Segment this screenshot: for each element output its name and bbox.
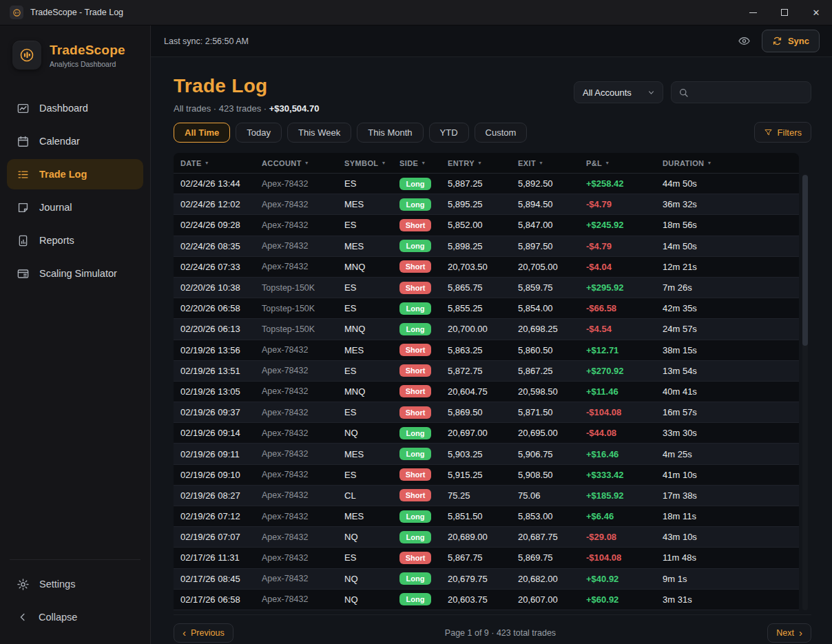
filters-button[interactable]: Filters (754, 122, 811, 143)
cell-symbol: NQ (344, 574, 399, 584)
sidebar-item-scaling-simulator[interactable]: Scaling Simulator (7, 258, 143, 289)
cell-symbol: ES (344, 178, 399, 189)
table-row[interactable]: 02/19/26 13:05 Apex-78432 MNQ Short 20,6… (174, 382, 799, 402)
side-badge: Long (399, 323, 431, 335)
cell-date: 02/24/26 07:33 (180, 262, 262, 272)
sidebar-item-journal[interactable]: Journal (7, 192, 143, 222)
range-pill-this-week[interactable]: This Week (287, 123, 351, 143)
column-header-exit[interactable]: EXIT▼ (518, 159, 586, 167)
column-header-duration[interactable]: DURATION▼ (663, 159, 799, 167)
chevron-down-icon (647, 88, 656, 97)
cell-symbol: ES (344, 282, 399, 293)
table-row[interactable]: 02/19/26 09:37 Apex-78432 ES Short 5,869… (174, 402, 799, 423)
close-button[interactable]: ✕ (800, 0, 832, 25)
cell-symbol: MES (344, 345, 399, 355)
scrollbar-thumb[interactable] (802, 175, 808, 346)
table-row[interactable]: 02/19/26 09:11 Apex-78432 MES Long 5,903… (174, 444, 799, 464)
table-row[interactable]: 02/20/26 06:58 Topstep-150K ES Long 5,85… (174, 298, 799, 319)
range-pill-this-month[interactable]: This Month (357, 123, 423, 143)
cell-entry: 5,903.25 (448, 449, 518, 459)
cell-symbol: MES (344, 449, 399, 459)
sidebar-collapse[interactable]: Collapse (7, 603, 143, 632)
cell-exit: 5,853.00 (518, 511, 586, 521)
range-pill-ytd[interactable]: YTD (429, 123, 469, 143)
column-header-entry[interactable]: ENTRY▼ (448, 159, 518, 167)
sidebar-item-label: Reports (39, 235, 74, 246)
table-row[interactable]: 02/19/26 07:07 Apex-78432 NQ Long 20,689… (174, 527, 799, 548)
cell-pnl: -$44.08 (586, 428, 663, 438)
table-row[interactable]: 02/19/26 09:14 Apex-78432 NQ Long 20,697… (174, 423, 799, 444)
maximize-button[interactable] (769, 0, 800, 25)
account-select-value: All Accounts (583, 87, 632, 98)
column-header-pnl[interactable]: P&L▼ (586, 159, 663, 167)
account-select[interactable]: All Accounts (574, 81, 663, 103)
side-badge: Long (399, 198, 431, 211)
sidebar-item-label: Calendar (39, 136, 80, 147)
table-row[interactable]: 02/17/26 06:58 Apex-78432 NQ Long 20,603… (174, 590, 799, 610)
cell-entry: 5,865.75 (448, 282, 518, 293)
table-row[interactable]: 02/20/26 10:38 Topstep-150K ES Short 5,8… (174, 278, 799, 298)
side-badge: Short (399, 406, 431, 419)
range-pill-all-time[interactable]: All Time (174, 123, 230, 143)
table-row[interactable]: 02/19/26 08:27 Apex-78432 CL Short 75.25… (174, 486, 799, 506)
cell-symbol: NQ (344, 428, 399, 438)
table-row[interactable]: 02/24/26 09:28 Apex-78432 ES Short 5,852… (174, 215, 799, 236)
cell-pnl: -$104.08 (586, 407, 663, 417)
sync-icon (772, 36, 782, 46)
cell-entry: 75.25 (448, 490, 518, 501)
table-row[interactable]: 02/19/26 07:12 Apex-78432 MES Long 5,851… (174, 506, 799, 527)
table-row[interactable]: 02/17/26 08:45 Apex-78432 NQ Long 20,679… (174, 569, 799, 590)
table-row[interactable]: 02/19/26 13:56 Apex-78432 MES Short 5,86… (174, 340, 799, 361)
table-row[interactable]: 02/19/26 09:10 Apex-78432 ES Short 5,915… (174, 465, 799, 486)
cell-entry: 5,872.75 (448, 366, 518, 376)
cell-duration: 17m 38s (663, 490, 799, 501)
table-row[interactable]: 02/24/26 13:44 Apex-78432 ES Long 5,887.… (174, 174, 799, 194)
table-row[interactable]: 02/17/26 11:31 Apex-78432 ES Short 5,867… (174, 548, 799, 568)
cell-date: 02/24/26 08:35 (180, 241, 262, 251)
cell-exit: 20,687.75 (518, 532, 586, 542)
cell-exit: 75.06 (518, 490, 586, 501)
table-row[interactable]: 02/20/26 06:13 Topstep-150K MNQ Long 20,… (174, 319, 799, 340)
table-row[interactable]: 02/24/26 07:33 Apex-78432 MNQ Short 20,7… (174, 257, 799, 278)
table-row[interactable]: 02/19/26 13:51 Apex-78432 ES Short 5,872… (174, 361, 799, 382)
sort-icon: ▼ (477, 160, 482, 165)
cell-date: 02/19/26 07:07 (180, 532, 262, 542)
sidebar-item-dashboard[interactable]: Dashboard (7, 93, 143, 123)
chevron-right-icon: › (799, 627, 802, 638)
eye-icon[interactable] (738, 34, 751, 48)
sidebar-item-reports[interactable]: Reports (7, 225, 143, 256)
range-pill-today[interactable]: Today (236, 123, 282, 143)
column-header-date[interactable]: DATE▼ (180, 159, 262, 167)
minimize-button[interactable] (737, 0, 769, 25)
range-pill-custom[interactable]: Custom (475, 123, 528, 143)
cell-account: Topstep-150K (262, 283, 344, 293)
side-badge: Short (399, 489, 431, 501)
cell-date: 02/19/26 09:10 (180, 470, 262, 480)
sidebar-item-calendar[interactable]: Calendar (7, 126, 143, 156)
sidebar-item-trade-log[interactable]: Trade Log (7, 159, 143, 189)
cell-symbol: ES (344, 366, 399, 376)
column-header-account[interactable]: ACCOUNT▼ (262, 159, 344, 167)
search-input[interactable] (694, 87, 804, 98)
cell-date: 02/17/26 08:45 (180, 574, 262, 584)
sidebar-item-settings[interactable]: Settings (7, 570, 143, 599)
cell-duration: 11m 48s (663, 552, 799, 563)
table-row[interactable]: 02/24/26 12:02 Apex-78432 MES Long 5,895… (174, 194, 799, 215)
cell-symbol: ES (344, 303, 399, 313)
sync-button[interactable]: Sync (762, 30, 820, 52)
page-title: Trade Log (174, 75, 319, 97)
cell-duration: 38m 15s (663, 345, 799, 355)
table-row[interactable]: 02/24/26 08:35 Apex-78432 MES Long 5,898… (174, 236, 799, 257)
cell-account: Apex-78432 (262, 428, 344, 438)
page-subtitle: All trades · 423 trades · +$30,504.70 (174, 103, 319, 114)
cell-symbol: MNQ (344, 324, 399, 334)
trade-log-icon (17, 168, 30, 181)
cell-entry: 5,895.25 (448, 199, 518, 209)
cell-pnl: +$185.92 (586, 490, 663, 501)
column-header-side[interactable]: SIDE▼ (399, 159, 448, 167)
next-page-button[interactable]: Next › (767, 623, 811, 643)
previous-page-button[interactable]: ‹ Previous (174, 623, 233, 643)
cell-account: Apex-78432 (262, 574, 344, 583)
column-header-symbol[interactable]: SYMBOL▼ (344, 159, 399, 167)
cell-exit: 5,854.00 (518, 303, 586, 313)
